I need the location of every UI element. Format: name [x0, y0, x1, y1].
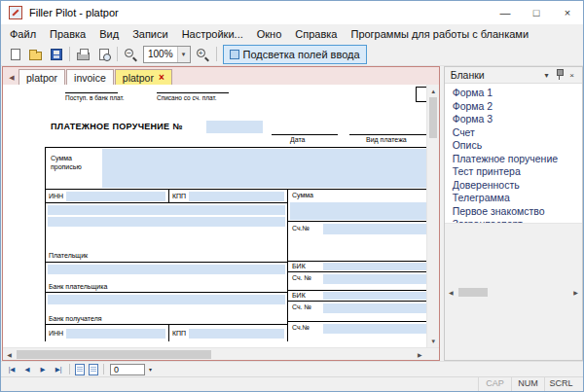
tab-platpor-2-active[interactable]: platpor × — [115, 69, 172, 85]
document-bottom-bar: ◀ ▶ — [3, 347, 439, 360]
payee-account-field[interactable] — [323, 324, 426, 334]
form-title-row: ПЛАТЕЖНОЕ ПОРУЧЕНИЕ № Дата Вид платежа — [45, 108, 426, 147]
highlight-toggle-label: Подсветка полей ввода — [243, 49, 360, 60]
panel-close-icon[interactable]: × — [566, 71, 578, 80]
amount-words-field[interactable] — [102, 149, 426, 188]
chevron-down-icon[interactable]: ▾ — [177, 47, 190, 62]
payee-kpp-field[interactable] — [189, 329, 284, 339]
tab-strip: ◀ platpor invoice platpor × — [3, 67, 439, 85]
pin-icon[interactable] — [553, 68, 566, 82]
payer-kpp-field[interactable] — [189, 192, 284, 201]
scroll-right-button[interactable]: ▶ — [569, 286, 582, 299]
tab-label: invoice — [74, 72, 106, 84]
copy-record-button[interactable] — [89, 364, 98, 375]
menu-window[interactable]: Окно — [250, 26, 289, 42]
order-number-field[interactable] — [206, 121, 263, 133]
pin-glyph — [555, 68, 564, 80]
toolbar-separator — [69, 47, 70, 61]
scroll-right-button[interactable]: ▶ — [414, 348, 426, 361]
payer-bank-bik-cell: БИК — [288, 262, 426, 272]
sidebar-horizontal-scrollbar[interactable]: ◀ ▶ — [445, 223, 582, 360]
print-preview-button[interactable] — [93, 45, 114, 64]
print-button[interactable] — [73, 45, 93, 64]
tab-invoice[interactable]: invoice — [66, 69, 114, 85]
first-record-button[interactable]: |◀ — [4, 363, 19, 375]
next-record-button[interactable]: ▶ — [35, 363, 51, 375]
blank-item-doverennost[interactable]: Доверенность — [445, 179, 582, 193]
blank-item-platezhnoe-poruchenie[interactable]: Платежное поручение — [445, 153, 582, 166]
save-button[interactable] — [46, 45, 66, 64]
document-panel: ◀ platpor invoice platpor × Поступ. в ба… — [2, 66, 440, 361]
payee-bank-section: Банк получателя — [46, 293, 287, 325]
menu-settings[interactable]: Настройки... — [175, 26, 250, 42]
horizontal-scrollbar[interactable]: ◀ ▶ — [3, 347, 426, 360]
add-record-button[interactable] — [75, 364, 85, 375]
new-button[interactable] — [5, 45, 25, 64]
blank-item-forma-3[interactable]: Форма 3 — [445, 113, 582, 126]
scroll-up-button[interactable]: ▲ — [427, 85, 440, 97]
last-record-button[interactable]: ▶| — [51, 363, 66, 375]
sidebar-scroll-thumb[interactable] — [458, 288, 488, 297]
vertical-scroll-track[interactable] — [427, 97, 439, 335]
minimize-button[interactable]: — — [490, 1, 521, 24]
payee-bank-account-field[interactable] — [323, 303, 426, 313]
zoom-in-button[interactable]: + — [193, 45, 213, 64]
tab-platpor-1[interactable]: platpor — [18, 69, 65, 85]
highlight-fields-toggle[interactable]: Подсветка полей ввода — [223, 45, 367, 64]
amount-cell: Сумма — [288, 190, 426, 222]
scroll-left-button[interactable]: ◀ — [3, 348, 16, 361]
payee-bank-name-field[interactable] — [48, 295, 285, 304]
payer-inn-kpp-row: ИНН КПП — [46, 190, 287, 203]
plus-sign: + — [197, 49, 205, 57]
close-button[interactable]: × — [552, 1, 583, 24]
payer-bank-name-field[interactable] — [48, 265, 285, 274]
horizontal-scroll-thumb[interactable] — [17, 350, 211, 359]
payer-bank-account-field[interactable] — [323, 274, 426, 284]
scroll-left-button[interactable]: ◀ — [445, 286, 457, 299]
tab-scroll-left-button[interactable]: ◀ — [5, 70, 18, 85]
menu-view[interactable]: Вид — [92, 26, 126, 42]
blank-item-test-printera[interactable]: Тест принтера — [445, 165, 582, 179]
blank-item-opis[interactable]: Опись — [445, 139, 582, 153]
form-left-section: ИНН КПП — [46, 190, 288, 341]
amount-words-label-line2: прописью — [51, 162, 101, 171]
payer-bank-bik-field[interactable] — [323, 263, 426, 270]
open-button[interactable] — [25, 45, 46, 64]
payer-inn-field[interactable] — [66, 192, 165, 201]
sidebar-scroll-track[interactable] — [457, 286, 569, 299]
payer-account-field[interactable] — [323, 224, 426, 234]
scrollbar-corner — [426, 347, 439, 360]
blank-item-telegramma[interactable]: Телеграмма — [445, 192, 582, 205]
blank-item-pervoe-znakomstvo[interactable]: Первое знакомство — [445, 205, 582, 219]
record-navigation-bar: |◀ ◀ ▶ ▶| 0 ▾ — [1, 361, 583, 376]
blank-item-forma-1[interactable]: Форма 1 — [445, 87, 582, 100]
amount-field[interactable] — [290, 202, 426, 220]
tab-close-icon[interactable]: × — [159, 73, 164, 83]
zoom-select[interactable]: 100% ▾ — [143, 46, 191, 63]
maximize-button[interactable]: □ — [521, 1, 552, 24]
payer-account-cell: Сч.№ — [288, 222, 426, 262]
payee-bank-bik-field[interactable] — [323, 292, 426, 300]
menu-records[interactable]: Записи — [126, 26, 175, 42]
num-lock-indicator: NUM — [511, 377, 544, 391]
menu-file[interactable]: Файл — [3, 26, 43, 42]
vertical-scroll-thumb[interactable] — [429, 97, 437, 138]
menu-edit[interactable]: Правка — [43, 26, 92, 42]
horizontal-scroll-track[interactable] — [16, 348, 414, 361]
payer-name-field-2[interactable] — [48, 217, 285, 227]
zoom-out-button[interactable]: − — [121, 45, 141, 64]
account-label: Сч. № — [292, 303, 311, 310]
record-number-field[interactable]: 0 — [110, 364, 145, 375]
payer-name-field[interactable] — [48, 205, 285, 215]
scroll-down-button[interactable]: ▼ — [427, 335, 440, 347]
payee-inn-field[interactable] — [66, 329, 165, 339]
blank-item-schet[interactable]: Счет — [445, 126, 582, 140]
record-dropdown-icon[interactable]: ▾ — [149, 366, 152, 373]
zoom-value: 100% — [144, 49, 177, 59]
menu-blank-programs[interactable]: Программы для работы с бланками — [344, 26, 535, 42]
panel-menu-icon[interactable]: ▾ — [540, 71, 553, 80]
blank-item-forma-2[interactable]: Форма 2 — [445, 100, 582, 114]
previous-record-button[interactable]: ◀ — [19, 363, 35, 375]
menu-help[interactable]: Справка — [288, 26, 344, 42]
vertical-scrollbar[interactable]: ▲ ▼ — [426, 85, 439, 347]
